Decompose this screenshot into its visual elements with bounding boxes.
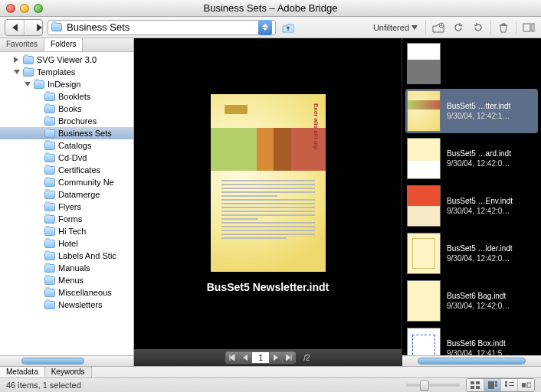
window-minimize-button[interactable] (20, 4, 29, 13)
tree-item[interactable]: Newsletters (0, 299, 133, 311)
page-last-button[interactable] (283, 352, 295, 363)
view-details-button[interactable] (500, 379, 517, 391)
bottom-tab-metadata[interactable]: Metadata (0, 367, 45, 377)
thumbnail-date: 9/30/04, 12:42:1… (447, 112, 510, 120)
thumbnail-filename: BusSet6 Bag.indt (447, 292, 510, 300)
tree-item[interactable]: Cd-Dvd (0, 152, 133, 164)
new-folder-button[interactable] (431, 20, 446, 35)
view-filmstrip-button[interactable] (484, 379, 500, 391)
tree-item[interactable]: Certificates (0, 164, 133, 176)
tree-item-label: Miscellaneous (58, 288, 112, 297)
page-first-button[interactable] (226, 352, 238, 363)
traffic-lights (6, 4, 43, 13)
tree-item[interactable]: Hotel (0, 237, 133, 250)
folder-icon (44, 129, 55, 138)
nav-back-button[interactable] (5, 20, 24, 35)
tree-item[interactable]: Booklets (0, 90, 133, 103)
thumbnail-image (407, 90, 441, 132)
disclosure-triangle-icon[interactable] (25, 82, 31, 87)
rotate-cw-button[interactable] (471, 20, 486, 35)
path-stepper-icon[interactable] (258, 20, 272, 35)
svg-rect-3 (471, 381, 474, 384)
thumbnail-item[interactable]: BusSet5 …lder.indt9/30/04, 12:42:0… (402, 230, 541, 277)
view-versions-button[interactable] (517, 379, 534, 391)
bottom-tab-keywords[interactable]: Keywords (45, 367, 92, 377)
thumbnail-item[interactable]: BusSet6 Bag.indt9/30/04, 12:42:0… (402, 277, 541, 325)
tree-item[interactable]: Menus (0, 274, 133, 286)
tree-item[interactable]: Miscellaneous (0, 286, 133, 299)
thumbnail-item[interactable]: BusSet5 …Env.indt9/30/04, 12:42:0… (402, 182, 541, 230)
rotate-ccw-button[interactable] (451, 20, 466, 35)
trash-button[interactable] (496, 20, 511, 35)
page-next-button[interactable] (270, 352, 282, 363)
svg-rect-2 (532, 24, 534, 31)
preview-thumbnail[interactable]: Exer alis alit dip (211, 94, 326, 272)
tree-item[interactable]: Books (0, 103, 133, 115)
thumbnail-image (407, 138, 441, 179)
window-zoom-button[interactable] (34, 4, 43, 13)
bottom-tabs: Metadata Keywords (0, 367, 541, 378)
tree-item[interactable]: Datamerge (0, 188, 133, 201)
tree-item[interactable]: Labels And Stic (0, 250, 133, 262)
sidebar-horizontal-scrollbar[interactable] (0, 355, 133, 366)
svg-rect-8 (495, 381, 497, 384)
folder-icon (44, 117, 55, 126)
preview-doc-title: Exer alis alit dip (313, 103, 320, 150)
tree-item[interactable]: Flyers (0, 201, 133, 213)
content-horizontal-scrollbar[interactable] (402, 355, 541, 366)
tree-item[interactable]: Catalogs (0, 139, 133, 152)
view-thumbnails-button[interactable] (467, 379, 484, 391)
folder-icon (44, 178, 55, 187)
sidebar-tab-folders[interactable]: Folders (44, 38, 83, 51)
svg-rect-14 (522, 383, 526, 387)
tree-item[interactable]: Manuals (0, 262, 133, 274)
tree-item-label: Cd-Dvd (58, 153, 87, 162)
svg-rect-4 (476, 381, 480, 384)
nav-buttons (5, 19, 43, 36)
tree-item[interactable]: Business Sets (0, 127, 133, 139)
thumbnail-item[interactable]: BusSet6 Box.indt9/30/04, 12:41:5… (402, 325, 541, 355)
path-dropdown[interactable]: Business Sets (48, 20, 276, 35)
page-number-input[interactable] (252, 352, 269, 363)
folder-icon (44, 289, 55, 297)
tree-item[interactable]: InDesign (0, 78, 133, 90)
tree-item-label: Books (58, 104, 82, 113)
sidebar-tab-favorites[interactable]: Favorites (0, 38, 44, 51)
folder-icon (44, 142, 55, 150)
thumbnail-item[interactable]: BusSet5 …ard.indt9/30/04, 12:42:0… (402, 135, 541, 182)
thumbnail-filename: BusSet6 Box.indt (447, 339, 510, 348)
disclosure-triangle-icon[interactable] (14, 70, 20, 74)
tree-item-label: Datamerge (58, 190, 100, 199)
thumbnail-item[interactable]: BusSet5 …tter.indt9/30/04, 12:42:1… (405, 89, 538, 133)
tree-item-label: Templates (37, 67, 75, 77)
path-text: Business Sets (67, 21, 254, 33)
page-prev-button[interactable] (239, 352, 251, 363)
nav-forward-button[interactable] (24, 20, 42, 35)
filter-dropdown[interactable]: Unfiltered (370, 23, 421, 32)
folder-icon (44, 264, 55, 273)
folder-icon (44, 276, 55, 285)
folder-icon (44, 203, 55, 211)
thumbnail-image (407, 280, 441, 322)
tree-item-label: Labels And Stic (58, 251, 116, 260)
main-content: Favorites Folders SVG Viewer 3.0Template… (0, 38, 541, 366)
thumbnail-item[interactable] (402, 40, 541, 87)
tree-item-label: Community Ne (58, 178, 114, 187)
tree-item[interactable]: SVG Viewer 3.0 (0, 54, 133, 66)
tree-item-label: Certificates (58, 165, 100, 175)
tree-item[interactable]: Community Ne (0, 176, 133, 188)
go-up-button[interactable] (280, 21, 296, 34)
folder-icon (44, 227, 55, 236)
compact-mode-button[interactable] (521, 20, 536, 35)
tree-item[interactable]: Hi Tech (0, 225, 133, 237)
thumbnail-image (407, 233, 441, 274)
folder-icon (44, 105, 55, 113)
tree-item[interactable]: Brochures (0, 115, 133, 127)
tree-item[interactable]: Forms (0, 213, 133, 225)
sidebar: Favorites Folders SVG Viewer 3.0Template… (0, 38, 134, 366)
tree-item[interactable]: Templates (0, 66, 133, 78)
thumbnail-size-slider[interactable] (406, 384, 460, 387)
window-close-button[interactable] (6, 4, 15, 13)
disclosure-triangle-icon[interactable] (14, 57, 20, 63)
thumbnail-image (407, 328, 441, 355)
